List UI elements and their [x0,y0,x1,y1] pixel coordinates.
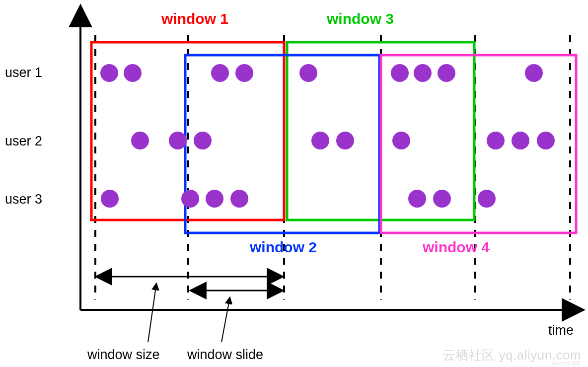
event-dot [230,190,248,208]
event-dot [487,132,505,149]
window-slide-label: window slide [187,347,263,363]
svg-line-10 [148,283,156,342]
event-dot [433,190,451,208]
row-label-user2: user 2 [5,134,42,149]
event-dot [206,190,223,208]
event-dot [391,64,409,82]
row-label-user3: user 3 [5,192,42,207]
event-dot [235,64,253,82]
event-dot [194,132,212,149]
row-label-user1: user 1 [5,65,42,80]
axes [80,7,582,310]
event-dot [169,132,187,149]
x-axis-label: time [548,323,574,338]
event-dot [336,132,354,149]
sliding-window-diagram [0,0,588,367]
window-label-3: window 2 [250,239,317,256]
event-dot [525,64,543,82]
event-dot [512,132,529,149]
event-dot [408,190,426,208]
event-dots [100,64,555,208]
event-dot [131,132,149,149]
window-label-1: window 1 [161,10,228,27]
grid-lines [95,35,570,300]
window-size-label: window size [87,347,160,363]
event-dot [414,64,432,82]
event-dot [100,64,118,82]
event-dot [537,132,555,149]
event-dot [392,132,410,149]
window-label-2: window 3 [327,10,394,27]
svg-line-11 [221,297,230,342]
event-dot [311,132,329,149]
event-dot [211,64,229,82]
window-label-4: window 4 [423,239,490,256]
event-dot [124,64,142,82]
event-dot [438,64,455,82]
event-dot [478,190,496,208]
event-dot [101,190,119,208]
event-dot [299,64,317,82]
event-dot [181,190,199,208]
